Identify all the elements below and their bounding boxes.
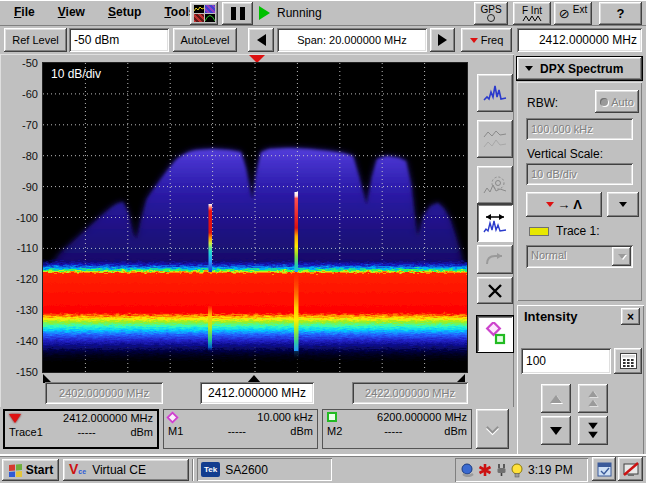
tray-power-plug-icon[interactable]: [495, 463, 508, 477]
chevron-down-icon: [618, 254, 626, 259]
center-freq-readout-field[interactable]: 2412.000000 MHz: [200, 382, 314, 404]
running-play-icon: [259, 6, 270, 20]
vertical-scale-label: Vertical Scale:: [527, 147, 603, 161]
trace-color-swatch: [529, 227, 549, 236]
settings-panel: RBW: Auto 100.000 kHz Vertical Scale: 10…: [517, 82, 642, 301]
span-zoom-button[interactable]: [477, 204, 513, 242]
dual-trace-icon: [482, 128, 508, 150]
start-freq-field: 2402.000000 MHz: [45, 382, 163, 404]
marker-readout-m1[interactable]: 10.000 kHz M1 ----- dBm: [163, 409, 318, 449]
y-tick: -140: [0, 335, 38, 347]
intensity-close-button[interactable]: ×: [621, 308, 640, 325]
marker-amplitude: -----: [228, 425, 246, 437]
trace-settings-button[interactable]: [477, 166, 513, 204]
taskbar: Start Vce Virtual CE Tek SA2600: [0, 454, 646, 483]
intensity-up-button[interactable]: [541, 384, 571, 413]
start-button[interactable]: Start: [2, 459, 59, 481]
ext-label: Ext: [573, 4, 587, 15]
y-tick: -150: [0, 366, 38, 378]
rbw-auto-button[interactable]: Auto: [595, 90, 639, 113]
freq-label: Freq: [481, 34, 504, 46]
marker-unit: dBm: [290, 425, 313, 437]
pause-button[interactable]: [222, 2, 253, 25]
f-int-label: F Int: [522, 6, 542, 15]
ref-level-field[interactable]: -50 dBm: [69, 28, 169, 52]
clock[interactable]: 3:19 PM: [528, 463, 573, 477]
menu-view[interactable]: View: [48, 0, 95, 24]
span-increase-button[interactable]: [430, 28, 455, 52]
freq-button[interactable]: Freq: [461, 28, 512, 52]
virtual-ce-icon: Vce: [69, 464, 86, 477]
virtual-ce-label: Virtual CE: [92, 463, 146, 477]
center-freq-readout-value: 2412.000000 MHz: [208, 386, 306, 400]
scale-label: 10 dB/div: [51, 67, 101, 81]
marker-to-peak-button[interactable]: → Λ: [526, 192, 602, 217]
peak-icon: Λ: [573, 197, 582, 212]
stop-freq-field: 2422.000000 MHz: [352, 382, 468, 404]
tray-display-button[interactable]: [618, 457, 643, 481]
help-button[interactable]: ?: [599, 2, 642, 25]
arrow-left-icon: [257, 34, 266, 46]
compare-traces-button[interactable]: [477, 120, 513, 158]
freq-ref-internal-button[interactable]: F Int: [513, 2, 551, 25]
chevron-down-icon: [486, 421, 499, 434]
intensity-down-button[interactable]: [541, 416, 571, 445]
spectrum-view-button[interactable]: [477, 74, 513, 112]
keypad-button[interactable]: [614, 348, 642, 374]
ref-level-button[interactable]: Ref Level: [4, 28, 67, 52]
markers-button[interactable]: [477, 316, 513, 352]
tek-logo-icon: Tek: [201, 462, 220, 477]
taskbar-item-virtual-ce[interactable]: Vce Virtual CE: [63, 459, 189, 481]
display-layout-button[interactable]: [190, 2, 218, 25]
start-label: Start: [26, 463, 53, 477]
marker-freq: 6200.000000 MHz: [377, 411, 467, 423]
tray-alert-icon[interactable]: [478, 463, 492, 477]
freq-ref-external-button[interactable]: ⊘ Ext: [554, 2, 592, 25]
menu-setup[interactable]: Setup: [98, 0, 151, 24]
help-icon: ?: [617, 6, 625, 21]
center-freq-value: 2412.000000 MHz: [539, 33, 637, 47]
pause-icon: [231, 7, 245, 20]
tray-ime-button[interactable]: [592, 457, 616, 481]
intensity-input[interactable]: 100: [521, 348, 611, 374]
rbw-field: 100.000 kHz: [526, 118, 633, 140]
rbw-label: RBW:: [527, 96, 558, 110]
y-tick: -70: [0, 119, 38, 131]
monitor-slash-icon: [623, 462, 639, 477]
close-x-icon: [487, 284, 503, 298]
y-tick: -110: [0, 242, 38, 254]
autolevel-label: AutoLevel: [181, 34, 230, 46]
measurement-menu-button[interactable]: DPX Spectrum: [517, 57, 642, 80]
taskbar-separator: [192, 459, 194, 481]
span-decrease-button[interactable]: [248, 28, 274, 52]
marker-readout-trace1[interactable]: 2412.000000 MHz Trace1 ----- dBm: [3, 409, 159, 449]
no-signal-icon: ⊘: [559, 6, 570, 21]
intensity-panel: Intensity × 100: [517, 305, 644, 455]
y-tick: -80: [0, 150, 38, 162]
tray-network-icon[interactable]: [460, 463, 475, 477]
menu-file[interactable]: File: [4, 0, 45, 24]
intensity-down-fast-button[interactable]: [578, 416, 608, 445]
marker-peak-options-button[interactable]: [607, 192, 639, 217]
gps-button[interactable]: GPS: [474, 2, 508, 25]
close-icon: ×: [627, 310, 634, 324]
center-freq-field[interactable]: 2412.000000 MHz: [517, 28, 642, 52]
dpx-spectrum-display[interactable]: 10 dB/div: [42, 62, 468, 373]
spectrum-trace-icon: [482, 82, 508, 104]
double-arrow-down-icon: [587, 422, 599, 439]
taskbar-item-sa2600[interactable]: Tek SA2600: [197, 458, 332, 481]
vertical-scale-field: 10 dB/div: [526, 163, 633, 185]
tray-bulb-icon[interactable]: [511, 463, 523, 478]
y-tick: -100: [0, 212, 38, 224]
marker-options-button[interactable]: [476, 409, 509, 449]
arrow-right-icon: [438, 34, 447, 46]
marker-diamond-magenta-icon: [166, 411, 179, 424]
measurement-title: DPX Spectrum: [540, 62, 623, 76]
close-marker-button[interactable]: [477, 277, 513, 304]
intensity-up-fast-button[interactable]: [578, 384, 608, 413]
span-field[interactable]: Span: 20.000000 MHz: [277, 28, 427, 52]
undo-button[interactable]: [477, 245, 513, 274]
marker-readout-m2[interactable]: 6200.000000 MHz M2 ----- dBm: [322, 409, 472, 449]
autolevel-button[interactable]: AutoLevel: [173, 28, 237, 52]
rbw-auto-label: Auto: [611, 96, 634, 108]
